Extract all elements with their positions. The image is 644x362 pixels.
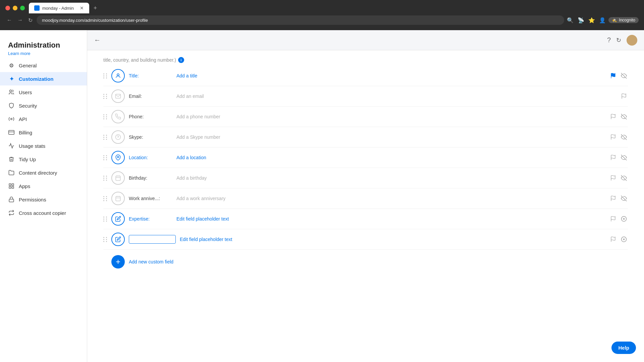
close-icon-custom[interactable] xyxy=(620,235,628,243)
flag-icon-work-anniversary[interactable] xyxy=(609,194,617,202)
sidebar-header: Administration Learn more xyxy=(0,33,87,59)
sidebar-item-security[interactable]: Security xyxy=(0,99,87,112)
sidebar-item-content-directory[interactable]: Content directory xyxy=(0,166,87,179)
eye-icon-phone[interactable] xyxy=(620,113,628,121)
field-placeholder-birthday[interactable]: Add a birthday xyxy=(176,175,605,181)
flag-icon-custom[interactable] xyxy=(609,235,617,243)
field-icon-birthday xyxy=(111,171,125,185)
help-button[interactable]: Help xyxy=(611,342,636,354)
permissions-icon xyxy=(8,196,15,203)
window-minimize[interactable] xyxy=(13,6,17,10)
content-directory-icon xyxy=(8,169,15,176)
new-tab-button[interactable]: + xyxy=(91,3,100,13)
sidebar: Administration Learn more ⚙ General ✦ Cu… xyxy=(0,30,87,362)
svg-point-9 xyxy=(117,74,119,76)
sidebar-item-permissions[interactable]: Permissions xyxy=(0,193,87,206)
incognito-icon: 🕵 xyxy=(612,18,617,22)
sidebar-label-apps: Apps xyxy=(19,183,30,189)
back-nav-button[interactable]: ← xyxy=(94,36,101,44)
field-icon-expertise xyxy=(111,212,125,226)
svg-rect-4 xyxy=(9,184,11,185)
field-label-email: Email: xyxy=(129,94,172,99)
flag-icon-skype[interactable] xyxy=(609,133,617,141)
field-placeholder-title[interactable]: Add a title xyxy=(176,73,605,78)
sidebar-item-apps[interactable]: Apps xyxy=(0,179,87,193)
field-placeholder-work-anniversary[interactable]: Add a work anniversary xyxy=(176,196,605,201)
sidebar-item-api[interactable]: API xyxy=(0,112,87,126)
field-placeholder-custom[interactable]: Edit field placeholder text xyxy=(180,237,605,242)
drag-handle-expertise[interactable] xyxy=(103,217,107,222)
drag-handle-phone[interactable] xyxy=(103,114,107,119)
bookmark-icon[interactable]: ⭐ xyxy=(588,17,595,23)
field-row-expertise: Expertise: Edit field placeholder text xyxy=(103,209,628,229)
field-placeholder-phone[interactable]: Add a phone number xyxy=(176,114,605,119)
cast-icon[interactable]: 📡 xyxy=(578,17,584,23)
field-label-expertise: Expertise: xyxy=(129,216,172,222)
field-label-location: Location: xyxy=(129,155,172,160)
drag-handle-location[interactable] xyxy=(103,155,107,160)
drag-handle-birthday[interactable] xyxy=(103,176,107,181)
field-icon-email xyxy=(111,89,125,103)
field-row-custom: Edit field placeholder text xyxy=(103,229,628,250)
add-field-row[interactable]: + Add new custom field xyxy=(103,250,628,274)
flag-icon-phone[interactable] xyxy=(609,113,617,121)
field-placeholder-location[interactable]: Add a location xyxy=(176,155,605,160)
eye-icon-location[interactable] xyxy=(620,154,628,162)
usage-stats-icon xyxy=(8,142,15,149)
field-placeholder-skype[interactable]: Add a Skype number xyxy=(176,134,605,140)
sidebar-item-usage-stats[interactable]: Usage stats xyxy=(0,139,87,153)
flag-icon-expertise[interactable] xyxy=(609,215,617,223)
flag-icon-location[interactable] xyxy=(609,154,617,162)
tab-favicon xyxy=(34,5,40,11)
drag-handle-custom[interactable] xyxy=(103,237,107,242)
user-avatar[interactable] xyxy=(627,35,637,46)
close-icon-expertise[interactable] xyxy=(620,215,628,223)
tab-close-button[interactable]: ✕ xyxy=(80,5,84,11)
sidebar-item-billing[interactable]: Billing xyxy=(0,126,87,139)
reload-button[interactable]: ↻ xyxy=(27,16,34,25)
eye-icon-skype[interactable] xyxy=(620,133,628,141)
sidebar-item-customization[interactable]: ✦ Customization xyxy=(0,72,87,85)
sidebar-item-users[interactable]: Users xyxy=(0,85,87,99)
field-icon-work-anniversary xyxy=(111,192,125,205)
field-row-work-anniversary: Work annive...: Add a work anniversary xyxy=(103,188,628,209)
field-actions-email xyxy=(620,92,628,100)
eye-icon-birthday[interactable] xyxy=(620,174,628,182)
add-field-label[interactable]: Add new custom field xyxy=(129,259,173,264)
back-button[interactable]: ← xyxy=(5,16,13,24)
field-row-birthday: Birthday: Add a birthday xyxy=(103,168,628,188)
help-icon[interactable]: ? xyxy=(607,36,611,44)
drag-handle-title[interactable] xyxy=(103,73,107,78)
flag-icon-birthday[interactable] xyxy=(609,174,617,182)
drag-handle-work-anniversary[interactable] xyxy=(103,196,107,201)
eye-icon-work-anniversary[interactable] xyxy=(620,194,628,202)
custom-field-input[interactable] xyxy=(129,235,176,244)
info-icon[interactable]: i xyxy=(178,57,184,63)
flag-icon-email[interactable] xyxy=(620,92,628,100)
field-placeholder-email[interactable]: Add an email xyxy=(176,94,616,99)
drag-handle-skype[interactable] xyxy=(103,135,107,140)
address-bar: ← → ↻ moodjoy.monday.com/admin/customiza… xyxy=(0,13,644,27)
sidebar-item-tidy-up[interactable]: Tidy Up xyxy=(0,153,87,166)
refresh-icon[interactable]: ↻ xyxy=(616,37,621,44)
add-field-button[interactable]: + xyxy=(111,255,125,268)
sidebar-label-usage-stats: Usage stats xyxy=(19,143,45,149)
api-icon xyxy=(8,116,15,122)
url-bar[interactable]: moodjoy.monday.com/admin/customization/u… xyxy=(37,15,564,25)
drag-handle-email[interactable] xyxy=(103,94,107,99)
window-maximize[interactable] xyxy=(20,6,25,10)
window-close[interactable] xyxy=(5,6,10,10)
profile-icon[interactable]: 👤 xyxy=(599,17,606,23)
eye-icon-title[interactable] xyxy=(620,72,628,80)
sidebar-label-cross-account: Cross account copier xyxy=(19,210,66,216)
learn-more-link[interactable]: Learn more xyxy=(8,51,79,56)
field-placeholder-expertise[interactable]: Edit field placeholder text xyxy=(176,216,605,222)
flag-icon-title[interactable] xyxy=(609,72,617,80)
sidebar-label-permissions: Permissions xyxy=(19,197,46,202)
subtitle-text: title, country, and building number.) xyxy=(103,57,176,63)
forward-button[interactable]: → xyxy=(16,16,24,24)
active-tab[interactable]: monday - Admin ✕ xyxy=(29,3,89,13)
search-icon[interactable]: 🔍 xyxy=(567,17,574,23)
sidebar-item-general[interactable]: ⚙ General xyxy=(0,59,87,72)
sidebar-item-cross-account[interactable]: Cross account copier xyxy=(0,206,87,220)
